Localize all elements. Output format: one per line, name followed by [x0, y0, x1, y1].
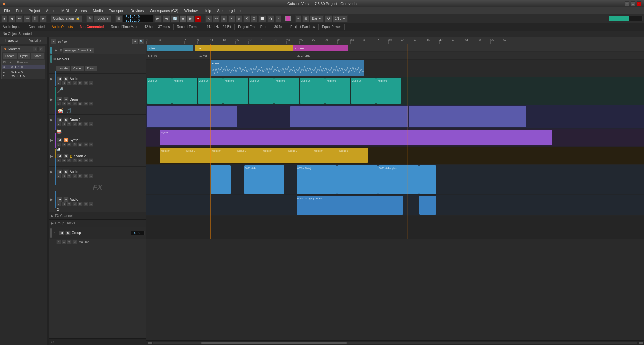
search-tracks-btn[interactable]: 🔍 — [139, 39, 144, 44]
marker-row-3[interactable]: 3 3. 1. 1. 0 — [2, 65, 45, 69]
inspector-markers-header[interactable]: ▼ Markers + ⚙ — [2, 46, 45, 52]
drum2-ctrl-r[interactable]: R — [78, 122, 83, 126]
btn-erase[interactable]: ◈ — [221, 15, 227, 22]
audio3-ctrl-1[interactable]: ● — [56, 202, 61, 206]
track-mute-audio-2[interactable]: M — [57, 169, 62, 174]
drum-ctrl-1[interactable]: ● — [56, 102, 61, 106]
track-solo-btn-audio-1[interactable]: S — [63, 76, 69, 81]
audio2-ctrl-eq[interactable]: ≡ — [89, 174, 93, 178]
menu-project[interactable]: Project — [26, 8, 43, 13]
synth1-ctrl-3[interactable]: ⟳ — [67, 142, 72, 147]
synth2-ctrl-4[interactable]: ⊡ — [72, 158, 77, 162]
track-synth2-expand[interactable]: ▶ — [50, 154, 54, 158]
audio3-ctrl-r[interactable]: R — [78, 202, 83, 206]
toolbar-btn-redo[interactable]: ↪ — [24, 15, 31, 22]
fx-expand-icon[interactable]: ▶ — [51, 214, 54, 218]
track-audio3-expand[interactable]: ▶ — [50, 198, 54, 202]
toolbar-btn-glue[interactable]: ⚙ — [32, 15, 39, 22]
equal-power-value[interactable]: Equal Power — [319, 24, 345, 30]
track-solo-drum-2[interactable]: S — [63, 117, 69, 122]
audio2-ctrl-r[interactable]: R — [78, 174, 83, 178]
g1-ctrl-w[interactable]: W — [62, 240, 66, 244]
btn-draw[interactable]: ✏ — [213, 15, 220, 22]
drum2-clip-2[interactable] — [290, 106, 408, 127]
drum2-ctrl-1[interactable]: ● — [56, 122, 61, 126]
synth1-ctrl-2[interactable]: ◀ — [62, 142, 66, 147]
drum2-clip-3[interactable] — [409, 106, 526, 127]
track-solo-synth-2[interactable]: S — [63, 154, 69, 158]
drum-ctrl-r[interactable]: R — [78, 102, 83, 106]
track-solo-group-1[interactable]: S — [65, 231, 71, 235]
toolbar-btn-star[interactable]: ★ — [40, 15, 47, 22]
btn-speaker[interactable]: ♪ — [275, 15, 281, 22]
btn-play[interactable]: ▶ — [187, 15, 194, 22]
zoom-button[interactable]: Zoom — [31, 53, 44, 59]
audio3-ctrl-4[interactable]: ⊡ — [72, 202, 77, 206]
track-ctrl-r[interactable]: R — [78, 81, 83, 85]
group-expand-icon[interactable]: ▶ — [51, 221, 54, 225]
btn-record[interactable]: ● — [195, 15, 201, 22]
inspector-settings-btn[interactable]: ⚙ — [38, 47, 43, 51]
btn-snap[interactable]: ≡ — [295, 15, 301, 22]
track-audio2-expand[interactable]: ▶ — [50, 170, 54, 174]
audio2-clip-3[interactable] — [297, 165, 337, 194]
drum2-ctrl-3[interactable]: ⟳ — [67, 122, 72, 126]
track-ctrl-1[interactable]: ● — [56, 81, 61, 85]
toolbar-btn-undo[interactable]: ↩ — [16, 15, 23, 22]
audio2-clip-2[interactable] — [244, 165, 284, 194]
track-solo-audio-2[interactable]: S — [63, 169, 69, 174]
synth2-ctrl-r[interactable]: R — [78, 158, 83, 162]
btn-go-end[interactable]: ⏭ — [163, 15, 170, 22]
track-ctrl-2[interactable]: ◀ — [62, 81, 66, 85]
audio-inputs-item[interactable]: Audio Inputs — [3, 24, 25, 30]
btn-go-start[interactable]: ⏮ — [154, 15, 162, 22]
menu-audio[interactable]: Audio — [43, 8, 58, 13]
audio2-clip-6[interactable] — [419, 165, 436, 194]
track-ctrl-eq[interactable]: ≡ — [89, 81, 93, 85]
menu-devices[interactable]: Devices — [128, 8, 146, 13]
btn-quality[interactable]: iQ — [325, 15, 332, 22]
menu-window[interactable]: Window — [182, 8, 200, 13]
scroll-left-btn[interactable] — [148, 342, 152, 344]
track-ctrl-4[interactable]: ⊡ — [72, 81, 77, 85]
markers-zoom-btn[interactable]: Zoom — [85, 66, 97, 71]
audio2-clip-5[interactable] — [378, 165, 419, 194]
synth2-ctrl-eq[interactable]: ≡ — [89, 158, 93, 162]
menu-steinberg-hub[interactable]: Steinberg Hub — [214, 8, 243, 13]
audio3-ctrl-eq[interactable]: ≡ — [89, 202, 93, 206]
track-solo-synth-1[interactable]: S — [63, 138, 69, 142]
btn-select[interactable]: ↖ — [205, 15, 212, 22]
track-ctrl-3[interactable]: ⟳ — [67, 81, 72, 85]
minimize-button[interactable]: − — [625, 1, 629, 6]
audio2-clip-4[interactable] — [337, 165, 378, 194]
menu-scores[interactable]: Scores — [72, 8, 89, 13]
synth2-ctrl-w[interactable]: W — [83, 158, 88, 162]
synth1-ctrl-eq[interactable]: ≡ — [89, 142, 93, 147]
track-mute-drum-1[interactable]: M — [57, 97, 62, 102]
btn-split[interactable]: ✂ — [228, 15, 235, 22]
track-synth1-expand[interactable]: ▶ — [50, 138, 54, 142]
project-frame-rate-label[interactable]: Project Frame Rate — [235, 24, 271, 30]
menu-file[interactable]: File — [1, 8, 13, 13]
btn-vel[interactable]: ◑ — [267, 15, 274, 22]
track-mute-btn-audio-1[interactable]: M — [57, 76, 62, 81]
synth1-ctrl-1[interactable]: ● — [56, 142, 61, 147]
not-connected-item[interactable]: Not Connected — [76, 24, 107, 30]
maximize-button[interactable]: □ — [631, 1, 635, 6]
drum2-ctrl-2[interactable]: ◀ — [62, 122, 66, 126]
menu-workspaces[interactable]: Workspaces (G2) — [147, 8, 181, 13]
close-button[interactable]: × — [637, 1, 641, 6]
btn-stop[interactable]: ■ — [180, 15, 186, 22]
toolbar-btn-route[interactable]: ⊞ — [115, 15, 122, 22]
track-mute-synth-1[interactable]: M — [57, 138, 62, 142]
track-drum-expand[interactable]: ▶ — [50, 98, 54, 101]
synth2-ctrl-3[interactable]: ⟳ — [67, 158, 72, 162]
track-expand-icon[interactable]: ▶ — [50, 77, 54, 81]
marker-row-2[interactable]: 2 25. 1. 1. 0 — [2, 74, 45, 79]
markers-locate-btn[interactable]: Locate — [56, 66, 70, 71]
audio2-ctrl-1[interactable]: ● — [56, 174, 61, 178]
track-solo-audio-3[interactable]: S — [63, 197, 69, 202]
track-mute-audio-3[interactable]: M — [57, 197, 62, 202]
track-list-collapse-btn[interactable]: ≡ — [51, 39, 56, 44]
toolbar-btn-1[interactable]: ■ — [1, 15, 7, 22]
